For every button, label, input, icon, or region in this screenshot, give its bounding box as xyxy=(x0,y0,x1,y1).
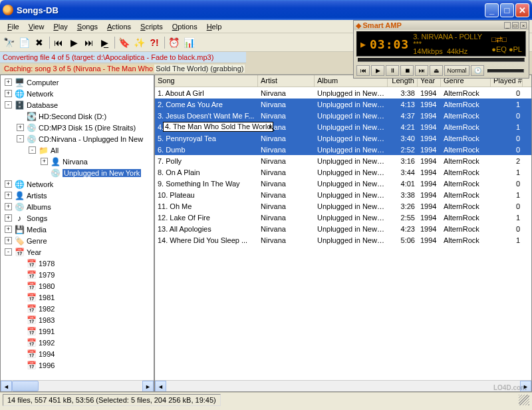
wand-icon[interactable]: ✨ xyxy=(132,36,146,49)
expand-icon[interactable]: + xyxy=(5,214,12,222)
expand-icon[interactable]: - xyxy=(29,146,36,154)
expand-icon[interactable]: + xyxy=(41,158,48,165)
repeat-icon[interactable]: □⇄□ xyxy=(491,35,522,44)
expand-icon[interactable]: + xyxy=(5,237,12,244)
tree-item[interactable]: 📅1983 xyxy=(2,314,152,325)
alarm-icon[interactable]: ⏰ xyxy=(167,36,180,49)
player-prev-button[interactable]: ⏮ xyxy=(356,65,370,76)
tree-item[interactable]: 📅1996 xyxy=(2,359,152,371)
scroll-track[interactable] xyxy=(39,381,142,391)
scroll-left-icon[interactable]: ◄ xyxy=(1,381,12,392)
player-play-button[interactable]: ▶ xyxy=(371,65,384,76)
tree-item[interactable]: +💾Media xyxy=(2,224,152,235)
table-row[interactable]: 4. The Man Who Sold The WorldNirvanaUnpl… xyxy=(155,121,531,132)
tree-item[interactable]: +👤Nirvana xyxy=(2,156,152,167)
player-clock-button[interactable]: 🕑 xyxy=(471,65,484,76)
table-row[interactable]: 9. Something In The WayNirvanaUnplugged … xyxy=(155,178,531,189)
tree-item[interactable]: 📅1994 xyxy=(2,348,152,359)
tree-item[interactable]: 📅1979 xyxy=(2,269,152,280)
prev-icon[interactable]: ⏮ xyxy=(52,36,65,49)
tree[interactable]: +🖥️Computer+🌐Network-🗄️Database💽HD:Secon… xyxy=(1,75,154,380)
player-stop-button[interactable]: ⏹ xyxy=(400,65,414,76)
table-row[interactable]: 7. PollyNirvanaUnplugged in New ...3:161… xyxy=(155,155,531,166)
tree-item[interactable]: 📅1992 xyxy=(2,337,152,348)
player-volume[interactable] xyxy=(487,69,524,73)
player-mode-button[interactable]: Normal xyxy=(444,65,469,76)
menu-songs[interactable]: Songs xyxy=(72,21,102,32)
tree-item[interactable]: 📅1980 xyxy=(2,280,152,292)
menu-play[interactable]: Play xyxy=(49,21,72,32)
tree-item[interactable]: +💿CD:MP3 Disk 15 (Dire Straits) xyxy=(2,122,152,133)
list-body[interactable]: 1. About A GirlNirvanaUnplugged in New .… xyxy=(155,87,531,391)
close-button[interactable]: ✕ xyxy=(515,3,529,17)
expand-icon[interactable]: - xyxy=(17,135,24,142)
table-row[interactable]: 1. About A GirlNirvanaUnplugged in New .… xyxy=(155,87,531,99)
inline-editor[interactable]: 4. The Man Who Sold The World xyxy=(163,122,273,132)
column-header[interactable]: Song xyxy=(155,75,258,87)
tree-item[interactable]: 💿Unplugged in New York xyxy=(2,167,152,178)
expand-icon[interactable]: + xyxy=(17,124,24,131)
minimize-button[interactable]: _ xyxy=(485,3,499,17)
scroll-thumb[interactable] xyxy=(12,381,39,391)
menu-help[interactable]: Help xyxy=(202,21,227,32)
tree-item[interactable]: +♪Songs xyxy=(2,212,152,224)
tree-item[interactable]: -📅Year xyxy=(2,246,152,258)
player-pause-button[interactable]: ⏸ xyxy=(386,65,399,76)
tree-item[interactable]: 📅1991 xyxy=(2,325,152,337)
expand-icon[interactable]: - xyxy=(5,248,12,256)
tree-item[interactable]: -💿CD:Nirvana - Unplugged In New xyxy=(2,133,152,144)
tree-item[interactable]: 💽HD:Second Disk (D:) xyxy=(2,110,152,122)
tree-item[interactable]: -📁All xyxy=(2,144,152,156)
table-row[interactable]: 3. Jesus Doesn't Want Me F...NirvanaUnpl… xyxy=(155,110,531,121)
table-row[interactable]: 11. Oh MeNirvanaUnplugged in New ...3:26… xyxy=(155,200,531,212)
menu-view[interactable]: View xyxy=(24,21,49,32)
column-header[interactable]: Artist xyxy=(258,75,315,87)
binoculars-icon[interactable]: 🔭 xyxy=(2,36,15,49)
scroll-left-icon[interactable]: ◄ xyxy=(155,381,166,392)
tree-item[interactable]: +🌐Network xyxy=(2,178,152,190)
info-icon[interactable]: ?! xyxy=(148,36,161,49)
tree-item[interactable]: +🏷️Genre xyxy=(2,235,152,246)
search-document-icon[interactable]: 📄 xyxy=(17,36,31,49)
player-minimize-button[interactable]: _ xyxy=(504,22,511,29)
expand-icon[interactable]: + xyxy=(5,192,12,199)
tree-item[interactable]: 📅1981 xyxy=(2,292,152,303)
tree-hscroll[interactable]: ◄ ► xyxy=(1,380,154,391)
player-shade-button[interactable]: ▭ xyxy=(512,22,519,29)
queue-icon[interactable]: ▶̲ xyxy=(98,36,111,49)
tree-item[interactable]: +🖥️Computer xyxy=(2,77,152,88)
tree-item[interactable]: +👤Artists xyxy=(2,190,152,201)
table-row[interactable]: 2. Come As You AreNirvanaUnplugged in Ne… xyxy=(155,99,531,110)
table-row[interactable]: 5. Pennyroyal TeaNirvanaUnplugged in New… xyxy=(155,132,531,144)
table-row[interactable]: 13. All ApologiesNirvanaUnplugged in New… xyxy=(155,223,531,234)
menu-options[interactable]: Options xyxy=(168,21,202,32)
tag-icon[interactable]: 🔖 xyxy=(117,36,130,49)
player-eject-button[interactable]: ⏏ xyxy=(430,65,443,76)
expand-icon[interactable]: + xyxy=(5,90,12,97)
delete-icon[interactable]: ✖ xyxy=(33,36,46,49)
tree-item[interactable]: -🗄️Database xyxy=(2,99,152,110)
scroll-right-icon[interactable]: ► xyxy=(142,381,154,392)
tree-item[interactable]: 📅1978 xyxy=(2,258,152,269)
tree-item[interactable]: +🌐Network xyxy=(2,88,152,99)
spectrum-icon[interactable]: 📊 xyxy=(182,36,196,49)
expand-icon[interactable]: + xyxy=(5,79,12,86)
list-hscroll[interactable]: ◄ ► xyxy=(155,380,531,391)
menu-scripts[interactable]: Scripts xyxy=(136,21,168,32)
table-row[interactable]: 12. Lake Of FireNirvanaUnplugged in New … xyxy=(155,212,531,223)
tree-item[interactable]: 📅1982 xyxy=(2,303,152,314)
table-row[interactable]: 8. On A PlainNirvanaUnplugged in New ...… xyxy=(155,166,531,178)
menu-file[interactable]: File xyxy=(3,21,24,32)
table-row[interactable]: 14. Where Did You Sleep ...NirvanaUnplug… xyxy=(155,234,531,246)
play-icon[interactable]: ▶ xyxy=(67,36,80,49)
table-row[interactable]: 6. DumbNirvanaUnplugged in New ...2:5219… xyxy=(155,144,531,155)
maximize-button[interactable]: □ xyxy=(500,3,514,17)
expand-icon[interactable]: + xyxy=(5,226,12,233)
expand-icon[interactable]: + xyxy=(5,180,12,188)
next-icon[interactable]: ⏭ xyxy=(82,36,96,49)
tree-item[interactable]: +💿Albums xyxy=(2,201,152,212)
menu-actions[interactable]: Actions xyxy=(102,21,136,32)
player-close-button[interactable]: × xyxy=(520,22,527,29)
table-row[interactable]: 10. PlateauNirvanaUnplugged in New ...3:… xyxy=(155,189,531,200)
eq-pl-icon[interactable]: ●EQ ●PL xyxy=(491,45,522,53)
